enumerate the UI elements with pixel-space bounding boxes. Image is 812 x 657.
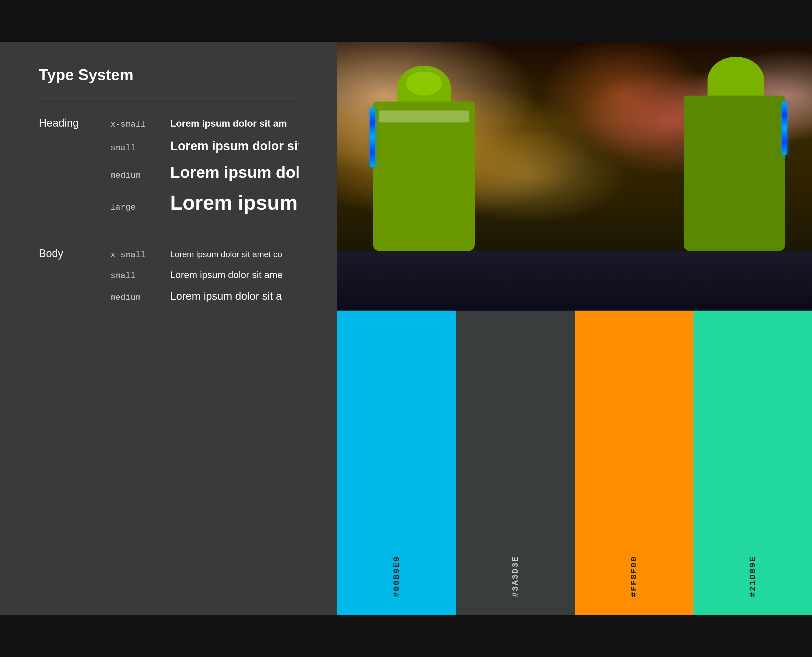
title-divider [39,98,299,99]
swatch-green: #21D89E [694,311,812,615]
section-divider [39,229,299,229]
body-section: Body x-small Lorem ipsum dolor sit amet … [39,247,299,302]
construction-scene [338,42,812,311]
heading-size-small: small [110,143,170,153]
heading-size-large: large [110,203,170,212]
main-container: Type System Heading x-small Lorem ipsum … [0,42,812,615]
worker2-body [684,96,785,251]
body-size-xsmall: x-small [110,250,170,260]
swatch-green-label: #21D89E [748,556,758,597]
swatch-cyan: #00B9E9 [338,311,456,615]
body-sample-small: Lorem ipsum dolor sit ame [170,269,299,280]
body-row-medium: medium Lorem ipsum dolor sit a [39,290,299,302]
worker-2 [684,57,788,281]
heading-size-medium: medium [110,171,170,180]
swatch-cyan-label: #00B9E9 [392,556,401,597]
swatch-orange: #FF8F00 [575,311,694,615]
heading-row-medium: medium Lorem ipsum dolor s [39,163,299,181]
worker1-led [370,107,375,167]
left-panel: Type System Heading x-small Lorem ipsum … [0,42,338,615]
body-size-small: small [110,271,170,280]
heading-category-label: Heading [39,117,110,129]
body-category-label: Body [39,247,110,260]
right-panel: #00B9E9 #3A3D3E #FF8F00 #21D89E [338,42,812,615]
hero-image [338,42,812,311]
ground-surface [338,251,812,311]
swatch-gray: #3A3D3E [456,311,575,615]
body-sample-medium: Lorem ipsum dolor sit a [170,290,299,302]
heading-sample-medium: Lorem ipsum dolor s [170,163,299,181]
worker2-led [782,101,787,155]
heading-row-xsmall: Heading x-small Lorem ipsum dolor sit am [39,117,299,129]
heading-row-large: large Lorem ipsum do [39,191,299,214]
heading-row-small: small Lorem ipsum dolor sit [39,139,299,153]
color-swatches: #00B9E9 #3A3D3E #FF8F00 #21D89E [338,311,812,615]
body-row-xsmall: Body x-small Lorem ipsum dolor sit amet … [39,247,299,260]
heading-sample-small: Lorem ipsum dolor sit [170,139,299,153]
body-row-small: small Lorem ipsum dolor sit ame [39,269,299,280]
worker1-body [373,101,474,251]
body-sample-xsmall: Lorem ipsum dolor sit amet co [170,250,299,259]
swatch-orange-label: #FF8F00 [629,556,639,597]
heading-section: Heading x-small Lorem ipsum dolor sit am… [39,117,299,214]
panel-title: Type System [39,66,299,84]
heading-sample-large: Lorem ipsum do [170,191,299,214]
swatch-gray-label: #3A3D3E [511,556,520,597]
worker-1 [367,66,481,281]
heading-size-xsmall: x-small [110,120,170,129]
heading-sample-xsmall: Lorem ipsum dolor sit am [170,118,299,129]
body-size-medium: medium [110,293,170,302]
